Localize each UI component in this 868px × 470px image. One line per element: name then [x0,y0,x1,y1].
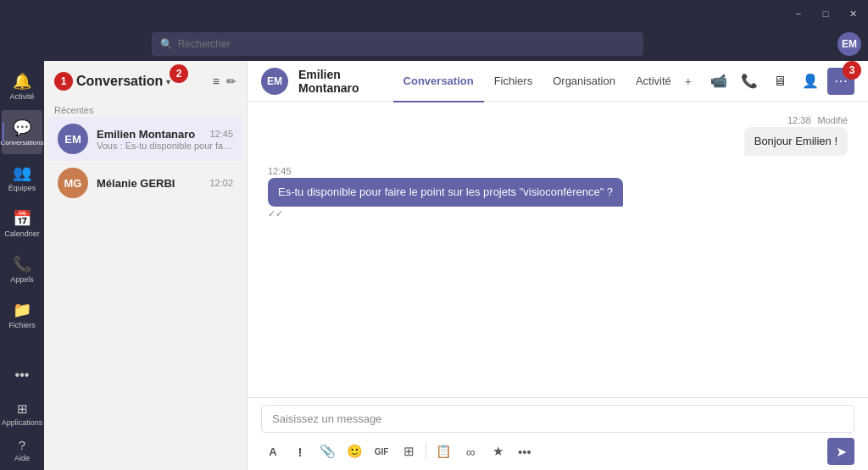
emoji-icon: 🙂 [347,444,363,459]
input-toolbar: A ! 📎 🙂 GIF ⊞ 📋 [261,436,854,467]
msg-modified-label: Modifié [818,115,848,125]
conv-info-emilien: Emilien Montanaro 12:45 Vous : Es-tu dis… [97,128,233,151]
tab-add-button[interactable]: + [682,61,695,102]
participants-button[interactable]: 👤 [797,68,824,95]
conv-preview-emilien: Vous : Es-tu disponible pour faire le po… [97,141,233,151]
msg-bubble-visio: Es-tu disponible pour faire le point sur… [268,178,623,207]
applications-icon: ⊞ [17,401,28,417]
sidebar-label-fichiers: Fichiers [8,321,36,329]
priority-button[interactable]: ! [288,440,312,463]
participants-icon: 👤 [802,73,819,89]
priority-icon: ! [298,445,303,459]
sidebar-item-conversations[interactable]: 💬 Conversations [2,110,42,154]
send-button[interactable]: ➤ [827,438,854,465]
conv-name-emilien: Emilien Montanaro [97,128,195,141]
appels-icon: 📞 [13,255,31,274]
search-box[interactable]: 🔍 [152,32,643,56]
msg-status-sent: ✓✓ [268,208,283,219]
filter-icon[interactable]: ≡ [213,75,220,88]
gif-button[interactable]: GIF [370,440,393,463]
chat-header-actions: 📹 📞 🖥 👤 ⋯ 3 [705,68,854,95]
sidebar-item-activite[interactable]: 🔔 Activité [2,64,42,108]
loop-button[interactable]: ∞ [459,440,482,463]
user-avatar-header[interactable]: EM [837,32,861,56]
title-bar: − □ ✕ [0,0,868,27]
praise-button[interactable]: ★ [486,440,509,463]
step-badge-2: 2 [170,64,188,83]
sidebar-item-fichiers[interactable]: 📁 Fichiers [2,293,42,337]
message-input-placeholder: Saisissez un message [261,405,854,433]
minimize-button[interactable]: − [790,5,807,22]
tab-activite[interactable]: Activité [626,62,682,102]
conv-time-emilien: 12:45 [209,129,233,139]
sticker-button[interactable]: ⊞ [397,440,420,463]
sidebar-label-activite: Activité [9,92,34,101]
send-icon: ➤ [836,444,847,460]
format-button[interactable]: A [261,440,285,463]
message-received-bonjour: 12:38 Modifié Bonjour Emilien ! [268,115,848,156]
conv-name-row-emilien: Emilien Montanaro 12:45 [97,128,233,141]
sidebar-item-aide[interactable]: ? Aide [2,433,42,467]
maximize-button[interactable]: □ [817,5,834,22]
audio-call-button[interactable]: 📞 [736,68,763,95]
close-button[interactable]: ✕ [844,5,861,22]
conv-item-melanie[interactable]: MG Mélanie GERBI 12:02 [47,161,243,205]
conv-time-melanie: 12:02 [209,178,233,188]
conv-title-row: 1 Conversation ▾ [54,72,170,91]
new-chat-icon[interactable]: ✏ [226,75,236,88]
msg-meta-received: 12:38 Modifié [787,115,848,125]
sticker-icon: ⊞ [403,444,415,459]
screen-icon: 🖥 [773,74,787,89]
sidebar-nav: 🔔 Activité 💬 Conversations 👥 Équipes 📅 C… [0,61,44,470]
app-body: 🔔 Activité 💬 Conversations 👥 Équipes 📅 C… [0,61,868,470]
emoji-button[interactable]: 🙂 [342,440,366,463]
sidebar-item-applications[interactable]: ⊞ Applications [2,397,42,431]
chat-contact-name: Emilien Montanaro [298,68,376,95]
conv-name-melanie: Mélanie GERBI [97,177,175,190]
conv-name-row-melanie: Mélanie GERBI 12:02 [97,177,233,190]
equipes-icon: 👥 [13,163,31,182]
search-input[interactable] [178,38,635,50]
attach-icon: 📎 [320,444,336,459]
praise-icon: ★ [492,444,504,459]
sidebar-label-calendrier: Calendrier [4,229,40,238]
sidebar-item-calendrier[interactable]: 📅 Calendrier [2,202,42,246]
sidebar-item-equipes[interactable]: 👥 Équipes [2,156,42,200]
tab-conversation[interactable]: Conversation [393,62,484,102]
conv-avatar-melanie: MG [58,168,88,198]
screen-share-button[interactable]: 🖥 [766,68,793,95]
chat-header-tabs: Conversation Fichiers Organisation Activ… [393,61,695,102]
conv-section-label: Récentes [44,102,247,117]
video-icon: 📹 [710,73,727,89]
conversations-icon: 💬 [13,119,31,137]
msg-bubble-bonjour: Bonjour Emilien ! [744,127,848,156]
chat-header: EM Emilien Montanaro Conversation Fichie… [248,61,868,102]
activite-icon: 🔔 [13,72,31,91]
search-icon: 🔍 [160,38,173,50]
conv-panel-header: 1 Conversation ▾ ≡ ✏ [44,61,247,102]
header-bar: 🔍 EM [0,27,868,61]
fichiers-icon: 📁 [13,301,31,319]
tab-fichiers[interactable]: Fichiers [484,62,543,102]
conv-panel: 1 Conversation ▾ ≡ ✏ Récentes 2 EM Emili… [44,61,248,470]
conv-item-emilien[interactable]: 2 EM Emilien Montanaro 12:45 Vous : Es-t… [47,117,243,161]
more-tools-button[interactable]: ••• [513,440,537,463]
sidebar-label-aide: Aide [14,454,30,462]
schedule-icon: 📋 [436,444,452,459]
schedule-button[interactable]: 📋 [431,440,455,463]
msg-meta-sent: 12:45 [268,166,292,176]
nav-more-button[interactable]: ••• [2,362,42,389]
attach-button[interactable]: 📎 [315,440,339,463]
conv-info-melanie: Mélanie GERBI 12:02 [97,177,233,190]
message-sent-visio: 12:45 Es-tu disponible pour faire le poi… [268,166,848,219]
video-call-button[interactable]: 📹 [705,68,732,95]
messages-area: 12:38 Modifié Bonjour Emilien ! 12:45 Es… [248,102,868,397]
call-icon: 📞 [741,73,758,89]
chat-area: EM Emilien Montanaro Conversation Fichie… [248,61,868,470]
tab-organisation[interactable]: Organisation [542,62,626,102]
conv-header-icons: ≡ ✏ [213,75,236,88]
msg-time-sent: 12:45 [268,166,292,176]
sidebar-item-appels[interactable]: 📞 Appels [2,247,42,291]
loop-icon: ∞ [466,445,476,459]
aide-icon: ? [19,438,25,452]
